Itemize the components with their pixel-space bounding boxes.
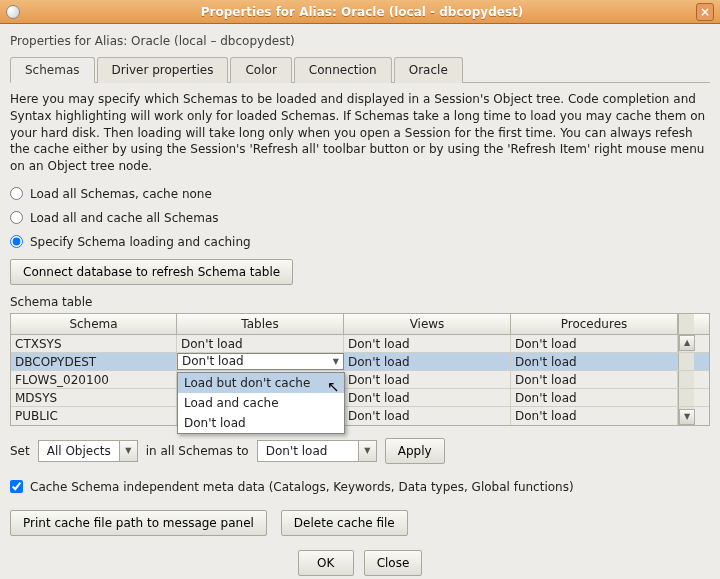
cell-views[interactable]: Don't load: [344, 407, 511, 425]
table-row[interactable]: FLOWS_020100 Don't load Don't load Don't…: [11, 371, 709, 389]
info-text: Here you may specify which Schemas to be…: [10, 91, 710, 175]
window-title: Properties for Alias: Oracle (local - db…: [28, 5, 696, 19]
cell-procedures[interactable]: Don't load: [511, 335, 678, 352]
delete-cache-button[interactable]: Delete cache file: [281, 510, 408, 536]
cell-schema: PUBLIC: [11, 407, 177, 425]
cell-procedures[interactable]: Don't load: [511, 407, 678, 425]
combo-value: All Objects: [39, 444, 119, 458]
cell-views[interactable]: Don't load: [344, 389, 511, 406]
ok-button[interactable]: OK: [298, 550, 354, 576]
tab-color[interactable]: Color: [230, 57, 291, 83]
tab-connection[interactable]: Connection: [294, 57, 392, 83]
apply-button[interactable]: Apply: [385, 438, 445, 464]
table-row[interactable]: DBCOPYDEST Don't load ▼ Don't load Don't…: [11, 353, 709, 371]
tab-driver-properties[interactable]: Driver properties: [97, 57, 229, 83]
radio-label: Load all Schemas, cache none: [30, 187, 212, 201]
radio-specify[interactable]: Specify Schema loading and caching: [10, 235, 710, 249]
scrollbar[interactable]: [678, 371, 694, 388]
tab-schemas[interactable]: Schemas: [10, 57, 95, 83]
close-button[interactable]: Close: [364, 550, 423, 576]
scrollbar[interactable]: ▼: [678, 407, 694, 425]
radio-load-all-none[interactable]: Load all Schemas, cache none: [10, 187, 710, 201]
dropdown-option[interactable]: Load and cache: [178, 393, 344, 413]
schema-table-label: Schema table: [10, 295, 710, 309]
col-procedures[interactable]: Procedures: [511, 314, 678, 334]
title-bar: Properties for Alias: Oracle (local - db…: [0, 0, 720, 24]
table-body: CTXSYS Don't load Don't load Don't load …: [11, 335, 709, 425]
table-row[interactable]: CTXSYS Don't load Don't load Don't load …: [11, 335, 709, 353]
dropdown-option[interactable]: Load but don't cache: [178, 373, 344, 393]
set-object-combo[interactable]: All Objects ▼: [38, 440, 138, 462]
cell-schema: CTXSYS: [11, 335, 177, 352]
set-label: Set: [10, 444, 30, 458]
cell-schema: FLOWS_020100: [11, 371, 177, 388]
table-header: Schema Tables Views Procedures: [11, 314, 709, 335]
in-all-label: in all Schemas to: [146, 444, 249, 458]
table-row[interactable]: MDSYS Don't load Don't load Don't load: [11, 389, 709, 407]
close-icon[interactable]: ×: [696, 3, 714, 21]
page-title: Properties for Alias: Oracle (local – db…: [10, 30, 710, 56]
combo-value: Don't load: [182, 354, 244, 368]
scroll-down-icon[interactable]: ▼: [679, 409, 695, 425]
scrollbar[interactable]: [678, 389, 694, 406]
radio-load-cache-all[interactable]: Load all and cache all Schemas: [10, 211, 710, 225]
dropdown-option[interactable]: Don't load: [178, 413, 344, 433]
set-action-combo[interactable]: Don't load ▼: [257, 440, 377, 462]
cell-procedures[interactable]: Don't load: [511, 371, 678, 388]
scrollbar[interactable]: ▲: [678, 335, 694, 352]
tab-oracle[interactable]: Oracle: [394, 57, 463, 83]
combo-value: Don't load: [258, 444, 358, 458]
cell-tables-combo[interactable]: Don't load ▼: [177, 353, 344, 370]
app-icon: [6, 5, 20, 19]
cell-views[interactable]: Don't load: [344, 371, 511, 388]
chevron-down-icon[interactable]: ▼: [358, 441, 376, 461]
scroll-up-icon[interactable]: ▲: [679, 335, 695, 351]
scrollbar[interactable]: [678, 353, 694, 370]
col-schema[interactable]: Schema: [11, 314, 177, 334]
cell-tables[interactable]: Don't load: [177, 335, 344, 352]
cell-procedures[interactable]: Don't load: [511, 389, 678, 406]
radio-label: Specify Schema loading and caching: [30, 235, 251, 249]
col-tables[interactable]: Tables: [177, 314, 344, 334]
chevron-down-icon[interactable]: ▼: [119, 441, 137, 461]
schema-table: Schema Tables Views Procedures CTXSYS Do…: [10, 313, 710, 426]
checkbox-input[interactable]: [10, 480, 23, 493]
cache-checkbox[interactable]: Cache Schema independent meta data (Cata…: [10, 480, 710, 494]
cell-schema: MDSYS: [11, 389, 177, 406]
cell-views[interactable]: Don't load: [344, 353, 511, 370]
cell-views[interactable]: Don't load: [344, 335, 511, 352]
cell-procedures[interactable]: Don't load: [511, 353, 678, 370]
tab-bar: Schemas Driver properties Color Connecti…: [10, 56, 710, 83]
cell-schema: DBCOPYDEST: [11, 353, 177, 370]
chevron-down-icon: ▼: [333, 357, 339, 366]
table-row[interactable]: PUBLIC Don't load Don't load Don't load …: [11, 407, 709, 425]
radio-label: Load all and cache all Schemas: [30, 211, 219, 225]
connect-button[interactable]: Connect database to refresh Schema table: [10, 259, 293, 285]
scroll-header-spacer: [678, 314, 694, 334]
print-cache-button[interactable]: Print cache file path to message panel: [10, 510, 267, 536]
checkbox-label: Cache Schema independent meta data (Cata…: [30, 480, 574, 494]
col-views[interactable]: Views: [344, 314, 511, 334]
dropdown-menu[interactable]: Load but don't cache Load and cache Don'…: [177, 372, 345, 434]
